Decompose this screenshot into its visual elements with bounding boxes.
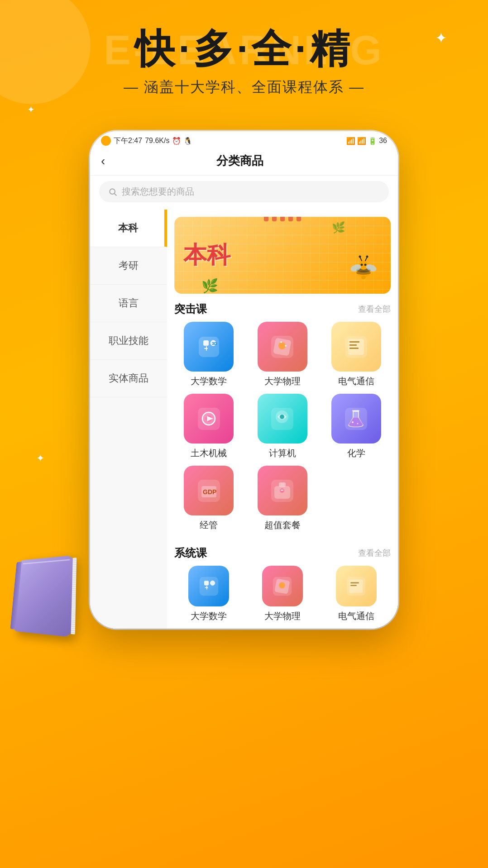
sidebar-item-bachelor[interactable]: 本科 <box>90 210 167 247</box>
bottom-math-icon-svg <box>196 574 221 599</box>
course-icon-manage: GDP <box>184 466 234 515</box>
course-item-computer[interactable]: 计算机 <box>248 394 317 459</box>
svg-point-37 <box>280 415 284 419</box>
sidebar-item-vocational[interactable]: 职业技能 <box>90 322 167 360</box>
math-icon-svg: 3D <box>194 332 224 362</box>
deco-dot-3 <box>280 217 285 221</box>
svg-rect-28 <box>349 341 359 343</box>
svg-text:3D: 3D <box>212 341 217 346</box>
battery-text: 36 <box>379 137 387 145</box>
bottom-course-item-electric[interactable]: 电气通信 <box>321 566 391 622</box>
section-link-intensive[interactable]: 查看全部 <box>358 304 391 315</box>
computer-icon-svg <box>268 404 297 434</box>
course-label-package: 超值套餐 <box>264 519 301 531</box>
hero-title: 快·多·全·精 <box>0 27 488 71</box>
svg-point-7 <box>364 264 367 266</box>
hero-section: 快·多·全·精 — 涵盖十大学科、全面课程体系 — <box>0 27 488 97</box>
status-right: 📶 📶 🔋 36 <box>346 137 387 145</box>
svg-rect-16 <box>203 340 209 346</box>
banner-leaves-right: 🌿 <box>332 221 345 234</box>
svg-rect-25 <box>285 345 287 347</box>
package-icon-svg <box>268 476 297 506</box>
deco-dot-1 <box>264 217 268 221</box>
sidebar-item-physical[interactable]: 实体商品 <box>90 360 167 397</box>
course-item-math[interactable]: 3D 大学数学 <box>174 322 244 387</box>
course-item-package[interactable]: 超值套餐 <box>248 466 317 531</box>
svg-rect-15 <box>199 337 219 357</box>
sidebar-item-vocational-label: 职业技能 <box>109 335 148 346</box>
book-3d-cover <box>14 555 74 637</box>
bottom-electric-icon-svg <box>344 574 368 599</box>
svg-point-41 <box>357 423 359 424</box>
status-bar: 下午2:47 79.6K/s ⏰ 🐧 📶 📶 🔋 36 <box>90 131 398 148</box>
svg-rect-48 <box>281 482 284 487</box>
section-header-system: 系统课 查看全部 <box>167 538 398 564</box>
physics-icon-svg <box>268 332 297 362</box>
status-speed: 79.6K/s <box>145 137 169 145</box>
course-icon-computer <box>258 394 307 444</box>
banner: 🌿 本科 🌿 <box>174 217 391 294</box>
star-decoration-2: ✦ <box>27 104 35 115</box>
section-title-system: 系统课 <box>174 546 207 560</box>
bottom-course-icon-physics <box>262 566 303 606</box>
electric-icon-svg <box>341 332 371 362</box>
status-time: 下午2:47 <box>114 136 142 146</box>
course-label-civil: 土木机械 <box>191 447 227 459</box>
svg-rect-52 <box>204 581 209 585</box>
course-item-physics[interactable]: 大学物理 <box>248 322 317 387</box>
course-label-manage: 经管 <box>200 519 218 531</box>
sidebar-item-postgrad[interactable]: 考研 <box>90 247 167 285</box>
sidebar-item-language[interactable]: 语言 <box>90 285 167 322</box>
svg-point-55 <box>210 581 215 585</box>
course-item-electric[interactable]: 电气通信 <box>321 322 391 387</box>
bee-icon <box>348 253 377 283</box>
star-decoration-3: ✦ <box>36 453 44 464</box>
svg-rect-62 <box>350 585 357 586</box>
wifi-icon: 📶 <box>357 137 366 145</box>
svg-point-0 <box>110 189 115 194</box>
svg-rect-24 <box>280 341 282 343</box>
phone-inner: 下午2:47 79.6K/s ⏰ 🐧 📶 📶 🔋 36 ‹ 分类商品 <box>90 131 398 629</box>
svg-point-4 <box>356 271 371 275</box>
course-item-manage[interactable]: GDP 经管 <box>174 466 244 531</box>
chemistry-icon-svg <box>341 404 371 434</box>
status-dot <box>101 136 111 146</box>
right-content: 🌿 本科 🌿 <box>167 210 398 629</box>
search-bar[interactable]: 搜索您想要的商品 <box>99 181 389 202</box>
search-bar-container: 搜索您想要的商品 <box>90 176 398 210</box>
svg-rect-18 <box>206 346 207 351</box>
course-icon-math: 3D <box>184 322 234 372</box>
bottom-course-label-math: 大学数学 <box>191 610 227 622</box>
bottom-courses-row: 大学数学 大学物理 <box>167 564 398 629</box>
svg-rect-61 <box>350 582 359 583</box>
bottom-course-label-physics: 大学物理 <box>264 610 301 622</box>
bottom-course-item-physics[interactable]: 大学物理 <box>248 566 317 622</box>
svg-point-40 <box>352 421 354 423</box>
section-header-intensive: 突击课 查看全部 <box>167 294 398 320</box>
section-link-system[interactable]: 查看全部 <box>358 548 391 558</box>
course-label-electric: 电气通信 <box>338 375 374 387</box>
bottom-course-icon-electric <box>336 566 377 606</box>
course-item-civil[interactable]: 土木机械 <box>174 394 244 459</box>
back-button[interactable]: ‹ <box>101 154 105 168</box>
battery-icon: 🔋 <box>368 137 377 145</box>
sidebar-item-bachelor-label: 本科 <box>118 222 138 234</box>
svg-text:GDP: GDP <box>203 488 216 496</box>
sidebar-item-language-label: 语言 <box>119 297 139 309</box>
deco-dot-4 <box>288 217 293 221</box>
nav-title: 分类商品 <box>105 153 374 169</box>
course-label-math: 大学数学 <box>191 375 227 387</box>
svg-point-6 <box>361 264 363 266</box>
svg-rect-50 <box>281 490 283 491</box>
sidebar: 本科 考研 语言 职业技能 实体商品 <box>90 210 167 629</box>
civil-icon-svg <box>194 404 224 434</box>
svg-rect-39 <box>352 410 359 411</box>
banner-bee <box>348 253 377 289</box>
svg-rect-60 <box>349 579 363 593</box>
course-item-chemistry[interactable]: 化学 <box>321 394 391 459</box>
bottom-course-item-math[interactable]: 大学数学 <box>174 566 244 622</box>
deco-dot-2 <box>272 217 277 221</box>
course-icon-civil <box>184 394 234 444</box>
course-icon-package <box>258 466 307 515</box>
phone-frame: 下午2:47 79.6K/s ⏰ 🐧 📶 📶 🔋 36 ‹ 分类商品 <box>90 131 398 629</box>
